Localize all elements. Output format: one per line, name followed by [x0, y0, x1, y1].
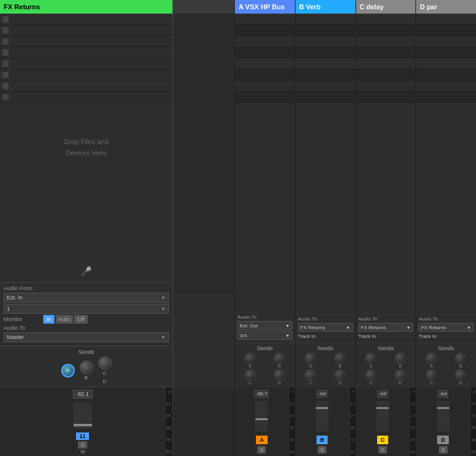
send-knob-c[interactable]	[98, 356, 112, 370]
c-slot-6[interactable]	[356, 69, 416, 80]
a-knob-c[interactable]	[245, 369, 256, 381]
clip-slot-3[interactable]	[0, 36, 172, 47]
audio-from-dropdown[interactable]: Ext. In ▼	[4, 293, 169, 303]
d-knob-b[interactable]	[455, 353, 466, 364]
monitor-auto-btn[interactable]: Auto	[56, 315, 74, 324]
left-fader-meter: 0 12 24 36 48 60	[165, 387, 172, 456]
a-knob-a[interactable]	[245, 353, 256, 364]
d-slot-1[interactable]	[416, 14, 476, 25]
a-slot-6[interactable]	[235, 69, 295, 80]
channel-a-name: A VSX HP Bus	[239, 3, 285, 11]
b-audio-to-label: Audio To	[298, 316, 353, 322]
c-track-button[interactable]: C	[377, 436, 389, 444]
d-knob-d[interactable]	[455, 369, 466, 381]
a-slot-5[interactable]	[235, 58, 295, 69]
c-knob-b[interactable]	[395, 353, 406, 364]
clip-slot-5[interactable]	[0, 58, 172, 69]
d-slot-2[interactable]	[416, 25, 476, 36]
clip-slot-4[interactable]	[0, 47, 172, 58]
c-slot-5[interactable]	[356, 58, 416, 69]
c-slot-2[interactable]	[356, 25, 416, 36]
a-slot-1[interactable]	[235, 14, 295, 25]
channel-d-sends: Sends A B C D	[416, 343, 476, 387]
d-slot-6[interactable]	[416, 69, 476, 80]
clip-slot-7[interactable]	[0, 80, 172, 92]
a-audio-to: Audio To Ext. Out ▼ 3/4 ▼	[237, 314, 292, 340]
send-knob-a[interactable]: A	[61, 364, 75, 377]
clip-launch-btn[interactable]	[2, 94, 9, 100]
monitor-in-btn[interactable]: In	[43, 315, 54, 324]
a-track-button[interactable]: A	[256, 436, 268, 444]
master-row[interactable]: Master ▼	[4, 332, 169, 342]
clip-launch-btn[interactable]	[2, 16, 9, 22]
clip-slot-1[interactable]	[0, 14, 172, 25]
d-slot-7[interactable]	[416, 80, 476, 92]
c-dest-dropdown[interactable]: FX Returns ▼	[359, 323, 414, 332]
b-slot-7[interactable]	[295, 80, 355, 92]
c-slot-8[interactable]	[356, 92, 416, 103]
monitor-off-btn[interactable]: Off	[74, 315, 88, 324]
b-dest-dropdown[interactable]: FX Returns ▼	[298, 323, 353, 332]
d-knob-a[interactable]	[426, 353, 437, 364]
audio-to-dropdown[interactable]: Master ▼	[4, 332, 169, 342]
c-slot-7[interactable]	[356, 80, 416, 92]
channel-dropdown[interactable]: 1 ▼	[4, 304, 169, 314]
d-audio-to-label: Audio To	[419, 316, 474, 322]
b-track-button[interactable]: B	[317, 436, 328, 444]
d-knob-c[interactable]	[426, 369, 437, 381]
d-slot-5[interactable]	[416, 58, 476, 69]
solo-button[interactable]: S	[78, 441, 87, 449]
a-slot-7[interactable]	[235, 80, 295, 92]
d-slot-4[interactable]	[416, 47, 476, 58]
clip-slot-6[interactable]	[0, 69, 172, 80]
clip-launch-btn[interactable]	[2, 72, 9, 78]
c-knob-d[interactable]	[395, 369, 406, 381]
d-sends-label: Sends	[417, 345, 475, 351]
d-track-button[interactable]: D	[437, 436, 449, 444]
d-slot-3[interactable]	[416, 36, 476, 47]
c-slot-1[interactable]	[356, 14, 416, 25]
c-slot-3[interactable]	[356, 36, 416, 47]
b-slot-3[interactable]	[295, 36, 355, 47]
c-solo-button[interactable]: S	[378, 446, 387, 454]
knob-d-label: D	[103, 379, 107, 384]
d-dest-dropdown[interactable]: FX Returns ▼	[419, 323, 474, 332]
b-knob-c[interactable]	[305, 369, 316, 381]
b-knob-a[interactable]	[305, 353, 316, 364]
d-slot-8[interactable]	[416, 92, 476, 103]
b-slot-5[interactable]	[295, 58, 355, 69]
a-slot-3[interactable]	[235, 36, 295, 47]
b-slot-4[interactable]	[295, 47, 355, 58]
b-solo-button[interactable]: S	[318, 446, 326, 454]
arm-dot[interactable]	[80, 450, 85, 454]
c-knob-c[interactable]	[365, 369, 376, 381]
a-solo-button[interactable]: S	[257, 446, 266, 454]
clip-launch-btn[interactable]	[2, 27, 9, 33]
clip-launch-btn[interactable]	[2, 38, 9, 45]
a-slot-8[interactable]	[235, 92, 295, 103]
clip-launch-btn[interactable]	[2, 61, 9, 67]
b-knob-d[interactable]	[334, 369, 346, 381]
b-slot-8[interactable]	[295, 92, 355, 103]
ext-in-row[interactable]: Ext. In ▼	[4, 293, 169, 303]
tick-60: 60	[166, 449, 172, 454]
clip-launch-btn[interactable]	[2, 49, 9, 56]
clip-slot-2[interactable]	[0, 25, 172, 36]
clip-slot-8[interactable]	[0, 92, 172, 103]
b-slot-1[interactable]	[295, 14, 355, 25]
b-slot-6[interactable]	[295, 69, 355, 80]
channel-row[interactable]: 1 ▼	[4, 304, 169, 314]
clip-launch-btn[interactable]	[2, 83, 9, 89]
c-slot-4[interactable]	[356, 47, 416, 58]
a-subdest-dropdown[interactable]: 3/4 ▼	[237, 331, 292, 340]
a-slot-2[interactable]	[235, 25, 295, 36]
b-slot-2[interactable]	[295, 25, 355, 36]
a-knob-b[interactable]	[274, 353, 285, 364]
d-solo-button[interactable]: S	[439, 446, 448, 454]
send-knob-b[interactable]	[80, 361, 93, 374]
b-knob-b[interactable]	[334, 353, 346, 364]
a-slot-4[interactable]	[235, 47, 295, 58]
a-knob-d[interactable]	[274, 369, 285, 381]
a-dest-dropdown[interactable]: Ext. Out ▼	[237, 321, 292, 330]
c-knob-a[interactable]	[365, 353, 376, 364]
